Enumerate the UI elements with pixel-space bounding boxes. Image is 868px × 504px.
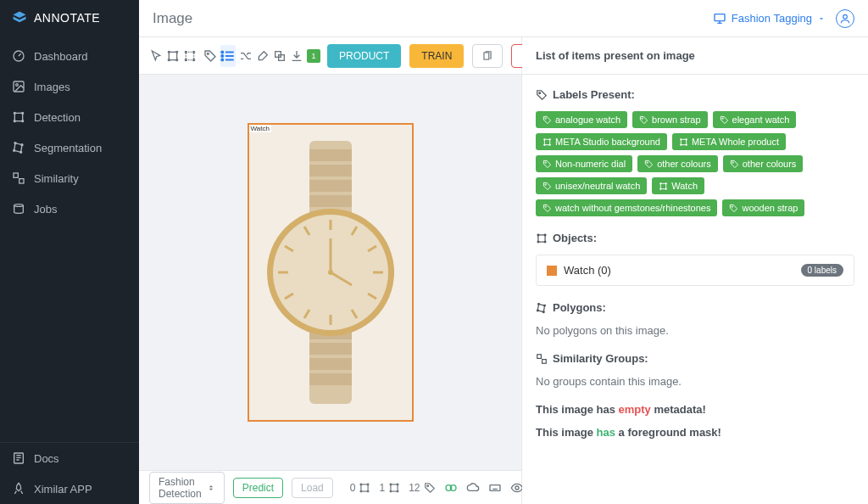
tag-tool[interactable] <box>203 45 217 67</box>
svg-point-99 <box>665 188 666 189</box>
sidebar-item-label: Images <box>34 81 70 93</box>
sidebar-item-segmentation[interactable]: Segmentation <box>0 132 139 163</box>
svg-point-100 <box>545 205 546 206</box>
cloud-icon[interactable] <box>466 481 480 495</box>
svg-point-6 <box>14 120 15 122</box>
label-tag[interactable]: analogue watch <box>536 111 627 128</box>
link-icon[interactable] <box>444 481 458 495</box>
page-title: Image <box>153 10 192 27</box>
bbox-icon <box>659 182 668 191</box>
svg-rect-43 <box>309 373 352 385</box>
svg-point-27 <box>207 53 209 54</box>
svg-rect-33 <box>484 52 489 59</box>
user-avatar[interactable] <box>836 9 854 28</box>
svg-point-76 <box>515 486 519 490</box>
svg-rect-75 <box>490 484 500 490</box>
metadata-info: This image has empty metadata! <box>536 403 854 416</box>
sidebar-item-detection[interactable]: Detection <box>0 102 139 132</box>
image-bounding-box[interactable]: Watch <box>248 123 414 422</box>
sidebar-item-similarity[interactable]: Similarity <box>0 163 139 193</box>
svg-point-85 <box>549 144 550 145</box>
brush-tool[interactable] <box>256 45 270 67</box>
similarity-section: Similarity Groups: No groups contain thi… <box>536 352 854 388</box>
label-text: unisex/neutral watch <box>555 181 640 191</box>
keyboard-icon[interactable] <box>488 481 502 495</box>
label-text: elegant watch <box>732 115 790 125</box>
svg-rect-17 <box>169 52 176 59</box>
svg-point-107 <box>538 303 540 305</box>
project-selector[interactable]: Fashion Tagging <box>713 12 826 25</box>
svg-point-29 <box>221 54 223 56</box>
svg-point-90 <box>686 144 687 145</box>
bbox-dashed-tool[interactable] <box>183 45 197 67</box>
list-tool[interactable] <box>220 45 236 67</box>
sidebar-item-label: Detection <box>34 111 81 124</box>
model-selector[interactable]: Fashion Detection <box>149 472 225 504</box>
object-row[interactable]: Watch (0) 0 labels <box>536 255 854 286</box>
label-text: analogue watch <box>555 115 620 125</box>
label-tag[interactable]: Watch <box>652 177 704 194</box>
svg-point-78 <box>545 117 546 118</box>
svg-point-11 <box>14 149 15 151</box>
svg-point-63 <box>360 484 362 485</box>
tag-icon <box>536 89 548 101</box>
download-tool[interactable] <box>290 45 303 67</box>
svg-rect-12 <box>14 173 18 177</box>
svg-point-61 <box>328 270 333 275</box>
badge-count[interactable]: 1 <box>307 45 320 67</box>
monitor-icon <box>713 12 726 25</box>
sidebar-item-dashboard[interactable]: Dashboard <box>0 41 139 71</box>
similarity-title: Similarity Groups: <box>536 352 854 365</box>
label-tag[interactable]: unisex/neutral watch <box>536 177 647 194</box>
svg-point-19 <box>176 51 178 53</box>
cursor-tool[interactable] <box>149 45 163 67</box>
sidebar-item-docs[interactable]: Docs <box>0 443 139 473</box>
stat-tags: 12 <box>409 482 435 494</box>
label-tag[interactable]: Non-numeric dial <box>536 155 632 172</box>
svg-point-72 <box>426 484 428 486</box>
svg-point-71 <box>397 490 398 492</box>
label-tag[interactable]: META Studio background <box>536 133 667 150</box>
label-tag[interactable]: other colours <box>637 155 718 172</box>
tag-icon <box>639 115 648 125</box>
svg-rect-3 <box>14 113 22 120</box>
predict-button[interactable]: Predict <box>233 478 283 498</box>
svg-point-28 <box>221 51 223 53</box>
labels-list: analogue watchbrown strapelegant watchME… <box>536 111 854 216</box>
svg-point-77 <box>539 92 541 93</box>
train-button[interactable]: TRAIN <box>409 44 464 68</box>
svg-rect-13 <box>19 179 24 183</box>
objects-section: Objects: Watch (0) 0 labels <box>536 232 854 286</box>
product-button[interactable]: PRODUCT <box>327 44 401 68</box>
bbox-icon <box>536 232 548 244</box>
sidebar-item-images[interactable]: Images <box>0 71 139 102</box>
svg-point-69 <box>397 484 398 485</box>
label-tag[interactable]: META Whole product <box>672 133 786 150</box>
bbox-icon <box>542 137 552 147</box>
svg-point-87 <box>681 138 682 139</box>
canvas-area[interactable]: Watch <box>139 75 521 470</box>
svg-point-83 <box>549 138 550 139</box>
sidebar-item-label: Ximilar APP <box>34 483 92 496</box>
label-tag[interactable]: brown strap <box>632 111 707 128</box>
tag-icon <box>542 182 552 191</box>
load-button[interactable]: Load <box>292 478 333 498</box>
object-label: Watch <box>249 125 271 132</box>
svg-point-97 <box>665 182 666 183</box>
sidebar-item-ximilar[interactable]: Ximilar APP <box>0 473 139 504</box>
sidebar-item-jobs[interactable]: Jobs <box>0 193 139 224</box>
label-tag[interactable]: other colours <box>723 155 804 172</box>
label-tag[interactable]: wooden strap <box>722 199 804 216</box>
sidebar-item-label: Segmentation <box>34 142 102 154</box>
shuffle-tool[interactable] <box>239 45 253 67</box>
svg-rect-102 <box>538 234 545 241</box>
svg-rect-35 <box>309 149 352 161</box>
copy-tool[interactable] <box>273 45 287 67</box>
label-tag[interactable]: elegant watch <box>713 111 797 128</box>
duplicate-button[interactable] <box>472 44 503 68</box>
label-tag[interactable]: watch without gemstones/rhinestones <box>536 199 717 216</box>
bbox-tool[interactable] <box>166 45 180 67</box>
label-text: other colours <box>657 159 711 169</box>
labels-title: Labels Present: <box>536 88 854 101</box>
svg-point-10 <box>20 151 22 153</box>
